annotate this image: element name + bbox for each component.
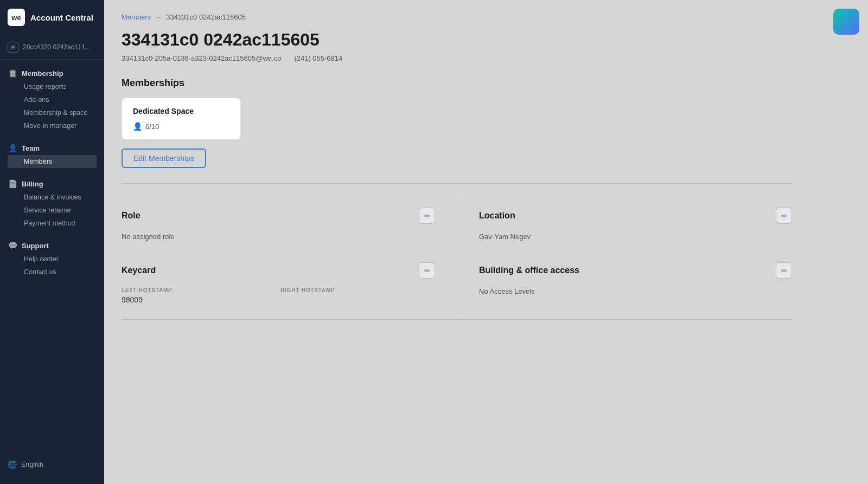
breadcrumb: Members → 334131c0 0242ac115605 bbox=[122, 13, 792, 21]
sidebar-item-balance-invoices[interactable]: Balance & invoices bbox=[8, 191, 97, 204]
role-section-title: Role bbox=[122, 211, 141, 221]
sidebar-section-support-title[interactable]: 💬 Support bbox=[8, 241, 97, 250]
pencil-icon: ✏ bbox=[424, 212, 430, 220]
sidebar-item-move-in-manager[interactable]: Move-in manager bbox=[8, 119, 97, 132]
sidebar-section-support: 💬 Support Help center Contact us bbox=[0, 232, 104, 281]
sidebar-item-membership-space[interactable]: Membership & space bbox=[8, 106, 97, 119]
info-grid: Role ✏ No assigned role Location ✏ Gav-Y… bbox=[122, 197, 792, 315]
page-title: 334131c0 0242ac115605 bbox=[122, 30, 792, 50]
sidebar-item-members[interactable]: Members bbox=[8, 155, 97, 168]
keycard-left-label: LEFT HOTSTAMP bbox=[122, 287, 276, 293]
keycard-left: LEFT HOTSTAMP 98009 bbox=[122, 287, 276, 304]
keycard-right-label: RIGHT HOTSTAMP bbox=[280, 287, 435, 293]
edit-keycard-button[interactable]: ✏ bbox=[419, 262, 435, 279]
seats-icon: 👤 bbox=[133, 122, 142, 131]
account-id-row[interactable]: ⊞ 28cc4320 0242ac111... bbox=[0, 35, 104, 60]
role-section-header: Role ✏ bbox=[122, 208, 435, 224]
sidebar-section-membership: 📋 Membership Usage reports Add-ons Membe… bbox=[0, 60, 104, 134]
keycard-section-title: Keycard bbox=[122, 266, 156, 275]
membership-card-seats: 👤 6/10 bbox=[133, 122, 229, 131]
sidebar: we Account Central ⊞ 28cc4320 0242ac111.… bbox=[0, 0, 104, 484]
membership-icon: 📋 bbox=[8, 68, 17, 78]
building-value: No Access Levels bbox=[479, 287, 792, 295]
sidebar-section-team-title[interactable]: 👤 Team bbox=[8, 143, 97, 153]
pencil-icon-keycard: ✏ bbox=[424, 267, 430, 275]
building-section-header: Building & office access ✏ bbox=[479, 262, 792, 279]
billing-icon: 📄 bbox=[8, 179, 17, 189]
content-area: Members → 334131c0 0242ac115605 334131c0… bbox=[104, 0, 809, 346]
account-id-label: 28cc4320 0242ac111... bbox=[23, 43, 91, 51]
divider-2 bbox=[122, 319, 792, 320]
sidebar-item-usage-reports[interactable]: Usage reports bbox=[8, 80, 97, 93]
main-content: Members → 334131c0 0242ac115605 334131c0… bbox=[104, 0, 868, 484]
sidebar-item-help-center[interactable]: Help center bbox=[8, 253, 97, 266]
keycard-left-value: 98009 bbox=[122, 295, 276, 304]
pencil-icon-building: ✏ bbox=[781, 267, 787, 275]
app-icon-corner bbox=[833, 9, 859, 35]
keycard-right: RIGHT HOTSTAMP bbox=[280, 287, 435, 304]
building-section: Building & office access ✏ No Access Lev… bbox=[457, 251, 792, 315]
team-icon: 👤 bbox=[8, 143, 17, 153]
location-value: Gav-Yam Negev bbox=[479, 233, 792, 241]
sidebar-section-membership-title[interactable]: 📋 Membership bbox=[8, 68, 97, 78]
role-value: No assigned role bbox=[122, 233, 435, 241]
location-section: Location ✏ Gav-Yam Negev bbox=[457, 197, 792, 251]
keycard-grid: LEFT HOTSTAMP 98009 RIGHT HOTSTAMP bbox=[122, 287, 435, 304]
location-section-title: Location bbox=[479, 211, 515, 221]
seats-value: 6/10 bbox=[145, 122, 159, 131]
sidebar-item-contact-us[interactable]: Contact us bbox=[8, 266, 97, 279]
role-section: Role ✏ No assigned role bbox=[122, 197, 457, 251]
edit-location-button[interactable]: ✏ bbox=[776, 208, 792, 224]
edit-role-button[interactable]: ✏ bbox=[419, 208, 435, 224]
language-label: English bbox=[21, 461, 43, 468]
breadcrumb-parent-link[interactable]: Members bbox=[122, 13, 151, 21]
memberships-section-title: Memberships bbox=[122, 78, 792, 89]
sidebar-title: Account Central bbox=[30, 13, 93, 22]
sidebar-item-service-retainer[interactable]: Service retainer bbox=[8, 204, 97, 217]
we-logo: we bbox=[8, 9, 25, 26]
support-icon: 💬 bbox=[8, 241, 17, 250]
sidebar-section-billing: 📄 Billing Balance & invoices Service ret… bbox=[0, 170, 104, 232]
member-email: 334131c0-205a-0136-a323-0242ac115605@we.… bbox=[122, 54, 281, 62]
building-section-title: Building & office access bbox=[479, 266, 579, 275]
membership-card-title: Dedicated Space bbox=[133, 107, 229, 115]
sidebar-header: we Account Central bbox=[0, 0, 104, 35]
account-icon: ⊞ bbox=[8, 42, 18, 53]
edit-memberships-button[interactable]: Edit Memberships bbox=[122, 149, 206, 168]
keycard-section: Keycard ✏ LEFT HOTSTAMP 98009 RIGHT HOTS… bbox=[122, 251, 457, 315]
globe-icon: 🌐 bbox=[8, 460, 17, 469]
divider-1 bbox=[122, 183, 792, 184]
breadcrumb-arrow: → bbox=[155, 14, 162, 21]
page-meta: 334131c0-205a-0136-a323-0242ac115605@we.… bbox=[122, 54, 792, 62]
edit-building-button[interactable]: ✏ bbox=[776, 262, 792, 279]
membership-card: Dedicated Space 👤 6/10 bbox=[122, 98, 241, 140]
sidebar-item-payment-method[interactable]: Payment method bbox=[8, 217, 97, 230]
breadcrumb-current: 334131c0 0242ac115605 bbox=[166, 13, 246, 21]
location-section-header: Location ✏ bbox=[479, 208, 792, 224]
sidebar-item-addons[interactable]: Add-ons bbox=[8, 93, 97, 106]
pencil-icon-location: ✏ bbox=[781, 212, 787, 220]
member-phone: (241) 055-6814 bbox=[294, 54, 342, 62]
sidebar-section-billing-title[interactable]: 📄 Billing bbox=[8, 179, 97, 189]
language-selector[interactable]: 🌐 English bbox=[0, 454, 104, 475]
keycard-section-header: Keycard ✏ bbox=[122, 262, 435, 279]
sidebar-section-team: 👤 Team Members bbox=[0, 134, 104, 170]
